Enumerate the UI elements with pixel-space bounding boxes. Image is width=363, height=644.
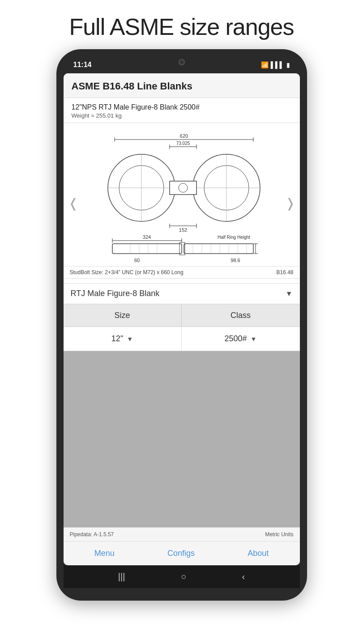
pipedata-ref: Pipedata: A-1.5.57 [70, 531, 114, 538]
bottom-info-bar: Pipedata: A-1.5.57 Metric Units [64, 527, 300, 541]
part-weight: Weight = 255.01 kg [72, 112, 292, 119]
android-home-button[interactable]: ○ [181, 572, 186, 582]
svg-text:98.6: 98.6 [231, 258, 240, 263]
signal-icon: ▌▌▌ [271, 61, 284, 68]
page-title: Full ASME size ranges [60, 0, 303, 49]
class-selector[interactable]: 2500# ▼ [182, 327, 300, 351]
svg-rect-27 [112, 244, 182, 254]
technical-drawing: 620 73.025 [88, 130, 276, 264]
part-name: 12"NPS RTJ Male Figure-8 Blank 2500# [72, 103, 292, 111]
status-time: 11:14 [73, 61, 92, 69]
next-drawing-button[interactable]: ❭ [285, 196, 295, 211]
size-dropdown-arrow-icon: ▼ [127, 335, 133, 343]
svg-text:324: 324 [142, 234, 150, 240]
drawing-svg-area: 620 73.025 [64, 127, 300, 266]
type-dropdown[interactable]: RTJ Male Figure-8 Blank ▼ [64, 284, 300, 305]
camera-notch [179, 59, 185, 65]
type-dropdown-arrow-icon: ▼ [286, 290, 293, 298]
class-value: 2500# [225, 334, 247, 343]
prev-drawing-button[interactable]: ❬ [68, 196, 78, 211]
svg-text:73.025: 73.025 [176, 141, 190, 146]
svg-rect-32 [184, 244, 253, 254]
class-header: Class [182, 305, 300, 326]
table-header: Size Class [64, 305, 300, 327]
svg-text:620: 620 [179, 133, 188, 139]
svg-text:152: 152 [179, 227, 187, 233]
wifi-icon: 📶 [261, 61, 269, 68]
svg-text:60: 60 [134, 258, 139, 263]
content-area [64, 351, 300, 527]
battery-icon: ▮ [286, 61, 290, 68]
phone-screen: ASME B16.48 Line Blanks 12"NPS RTJ Male … [64, 73, 300, 565]
stud-bolt-ref: B16.48 [276, 269, 293, 275]
android-back-button[interactable]: ‹ [242, 572, 245, 582]
status-icons: 📶 ▌▌▌ ▮ [261, 61, 290, 68]
svg-text:Half Ring Height: Half Ring Height [218, 235, 250, 240]
selection-table: Size Class 12" ▼ 2500# ▼ [64, 305, 300, 351]
stud-bolt-bar: StudBolt Size: 2+3/4" UNC (or M72) x 660… [64, 266, 300, 279]
nav-menu-button[interactable]: Menu [85, 547, 124, 560]
size-value: 12" [111, 334, 123, 343]
part-info-section: 12"NPS RTJ Male Figure-8 Blank 2500# Wei… [64, 98, 300, 123]
app-nav-bar: Menu Configs About [64, 541, 300, 565]
phone-frame: 11:14 📶 ▌▌▌ ▮ ASME B16.48 Line Blanks 12… [56, 49, 307, 601]
size-header: Size [64, 305, 182, 326]
size-selector[interactable]: 12" ▼ [64, 327, 182, 351]
app-header-title: ASME B16.48 Line Blanks [72, 80, 192, 92]
android-nav-bar: ||| ○ ‹ [64, 565, 300, 588]
android-recents-button[interactable]: ||| [118, 572, 125, 582]
units-display: Metric Units [265, 531, 293, 538]
nav-about-button[interactable]: About [239, 547, 278, 560]
drawing-container: ❬ ❭ 620 73.025 [64, 123, 300, 284]
stud-bolt-text: StudBolt Size: 2+3/4" UNC (or M72) x 660… [70, 269, 184, 275]
type-dropdown-label: RTJ Male Figure-8 Blank [71, 289, 160, 298]
class-dropdown-arrow-icon: ▼ [251, 335, 257, 343]
table-row: 12" ▼ 2500# ▼ [64, 327, 300, 351]
nav-configs-button[interactable]: Configs [158, 547, 204, 560]
app-header: ASME B16.48 Line Blanks [64, 73, 300, 98]
